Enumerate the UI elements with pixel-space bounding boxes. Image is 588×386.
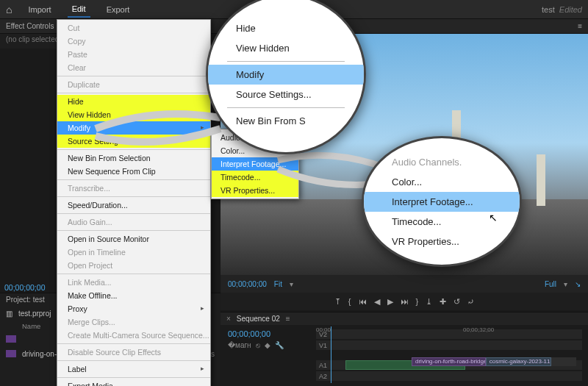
project-tab[interactable]: Project: test — [6, 296, 45, 304]
timeline-panel: 00;00;00;00 �магн ⎋ ◆ 🔧 00;00 00;00;32;0… — [220, 325, 588, 386]
tab-export[interactable]: Export — [102, 2, 135, 17]
menu-disable-fx[interactable]: Disable Source Clip Effects — [57, 346, 210, 359]
bin-icon[interactable]: ▥ — [6, 310, 12, 318]
menu-speed[interactable]: Speed/Duration... — [57, 199, 210, 212]
go-in-icon[interactable]: { — [348, 297, 351, 306]
fit-dropdown[interactable]: Fit — [274, 280, 282, 288]
mag1-hide: Hide — [227, 18, 345, 38]
export-frame-icon[interactable]: ⤾ — [467, 297, 474, 307]
snap-icon[interactable]: �магн — [228, 341, 251, 349]
mag1-source: Source Settings... — [227, 85, 345, 104]
menu-transcribe[interactable]: Transcribe... — [57, 182, 210, 195]
ruler-start: 00;00 — [316, 326, 331, 333]
step-fwd-icon[interactable]: ⏭ — [401, 297, 409, 306]
menu-copy[interactable]: Copy — [57, 35, 210, 48]
quality-dropdown[interactable]: Full — [545, 280, 556, 288]
menu-label[interactable]: Label▸ — [57, 362, 210, 376]
project-file: test.prproj — [18, 310, 51, 318]
mark-in-icon[interactable]: ⤒ — [334, 297, 341, 307]
ruler-mark: 00;00;32;00 — [463, 326, 494, 333]
menu-new-sequence[interactable]: New Sequence From Clip — [57, 165, 210, 178]
menu-clear[interactable]: Clear — [57, 61, 210, 74]
menu-export-media[interactable]: Export Media... — [57, 379, 210, 386]
chevron-right-icon: ▸ — [201, 124, 204, 131]
track-area[interactable]: 00;00 00;00;32;00 V2 V1 driving-on-forth… — [316, 329, 582, 383]
menu-modify[interactable]: Modify▸ — [57, 121, 210, 135]
mag2-color: Color... — [383, 172, 501, 192]
mag1-new-bin: New Bin From S — [227, 111, 345, 131]
menu-link-media[interactable]: Link Media... — [57, 276, 210, 289]
mag2-vr: VR Properties... — [383, 232, 501, 251]
playhead[interactable] — [331, 326, 331, 383]
chevron-right-icon: ▸ — [201, 365, 204, 372]
mag2-timecode: Timecode... — [383, 212, 501, 232]
play-back-icon[interactable]: ◀ — [374, 297, 380, 307]
menu-cut[interactable]: Cut — [57, 21, 210, 35]
go-out-icon[interactable]: } — [416, 297, 419, 306]
source-timecode[interactable]: 00;00;00;00 — [4, 283, 45, 292]
play-icon[interactable]: ▶ — [387, 297, 393, 307]
menu-open-project[interactable]: Open Project — [57, 259, 210, 272]
timeline-clip-2[interactable]: cosmic-galaxy-2023-11-27-05-31-07-utc.mo… — [486, 357, 552, 366]
timeline-header: × Sequence 02 ≡ — [220, 312, 588, 325]
loop-icon[interactable]: ↺ — [453, 297, 460, 307]
menu-hide[interactable]: Hide — [57, 95, 210, 108]
menu-paste[interactable]: Paste — [57, 48, 210, 61]
step-back-icon[interactable]: ⏮ — [359, 297, 367, 306]
marker-icon[interactable]: ◆ — [265, 341, 270, 349]
clip-thumb[interactable] — [6, 335, 16, 343]
timeline-clip-1[interactable]: driving-on-forth-road-bridge-in-fife-sco… — [412, 357, 486, 366]
menu-audio-gain[interactable]: Audio Gain... — [57, 215, 210, 229]
cursor-icon: ↖ — [489, 212, 498, 224]
menu-source-settings[interactable]: Source Settings... — [57, 135, 210, 148]
mag1-modify: Modify — [208, 65, 364, 85]
monitor-controls: 00;00;00;00 Fit▾ Full▾ ↘ — [220, 275, 588, 293]
menu-duplicate[interactable]: Duplicate — [57, 78, 210, 91]
menu-view-hidden[interactable]: View Hidden — [57, 108, 210, 121]
chevron-right-icon: ▸ — [201, 304, 204, 312]
add-marker-icon[interactable]: ✚ — [440, 297, 446, 307]
mag1-view-hidden: View Hidden — [227, 38, 345, 58]
monitor-timecode[interactable]: 00;00;00;00 — [228, 280, 267, 288]
tab-edit[interactable]: Edit — [68, 1, 90, 18]
wrench-icon[interactable]: 🔧 — [275, 341, 284, 349]
submenu-interpret-footage[interactable]: Interpret Footage... — [212, 157, 298, 171]
mag2-audio: Audio Channels. — [383, 152, 501, 172]
effect-controls-label: Effect Controls — [6, 22, 54, 30]
menu-create-mc[interactable]: Create Multi-Camera Source Sequence... — [57, 329, 210, 342]
menu-new-bin[interactable]: New Bin From Selection — [57, 151, 210, 165]
timeline-tool-icons: �магн ⎋ ◆ 🔧 — [228, 341, 284, 349]
timeline-timecode[interactable]: 00;00;00;00 — [228, 329, 270, 338]
clip-thumb-2[interactable] — [6, 350, 16, 357]
menu-open-source[interactable]: Open in Source Monitor — [57, 232, 210, 246]
tab-import[interactable]: Import — [24, 2, 55, 17]
menu-proxy[interactable]: Proxy▸ — [57, 302, 210, 315]
submenu-timecode[interactable]: Timecode... — [212, 171, 298, 184]
mag2-interpret: Interpret Footage... — [364, 192, 520, 212]
settings-icon[interactable]: ↘ — [575, 280, 581, 288]
menu-merge[interactable]: Merge Clips... — [57, 315, 210, 329]
edited-badge: Edited — [559, 5, 582, 14]
menu-make-offline[interactable]: Make Offline... — [57, 289, 210, 302]
home-icon[interactable]: ⌂ — [6, 4, 12, 15]
transport-controls: ⤒ { ⏮ ◀ ▶ ⏭ } ⤓ ✚ ↺ ⤾ — [220, 293, 588, 310]
edit-context-menu: Cut Copy Paste Clear Duplicate Hide View… — [57, 19, 211, 386]
magnifier-modify: Hide View Hidden Modify Source Settings.… — [206, 0, 366, 154]
project-title: test — [542, 5, 555, 14]
magnifier-interpret: Audio Channels. Color... Interpret Foota… — [362, 136, 522, 267]
mark-out-icon[interactable]: ⤓ — [426, 297, 432, 307]
menu-open-timeline[interactable]: Open in Timeline — [57, 246, 210, 259]
linked-icon[interactable]: ⎋ — [256, 341, 260, 349]
submenu-vr[interactable]: VR Properties... — [212, 184, 298, 197]
window-title: test Edited — [542, 5, 582, 14]
sequence-tab[interactable]: Sequence 02 — [237, 315, 280, 323]
